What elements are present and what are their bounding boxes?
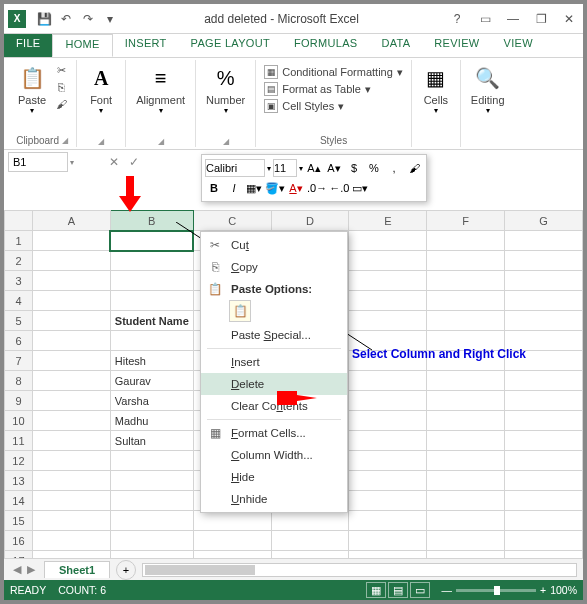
merge-center-button[interactable]: ▭▾: [351, 179, 369, 197]
mini-font-family[interactable]: [205, 159, 265, 177]
cell-B11[interactable]: Sultan: [110, 431, 193, 451]
decrease-font-icon[interactable]: A▾: [325, 159, 343, 177]
row-header[interactable]: 5: [5, 311, 33, 331]
italic-button[interactable]: I: [225, 179, 243, 197]
alignment-group-button[interactable]: ≡ Alignment ▾: [132, 62, 189, 117]
fill-color-button[interactable]: 🪣▾: [265, 179, 285, 197]
cell-B16[interactable]: [110, 531, 193, 551]
cell-B8[interactable]: Gaurav: [110, 371, 193, 391]
ctx-format-cells[interactable]: ▦Format Cells...: [201, 422, 347, 444]
conditional-formatting-button[interactable]: ▦Conditional Formatting ▾: [262, 64, 405, 80]
mini-font-size[interactable]: [273, 159, 297, 177]
tab-home[interactable]: HOME: [52, 34, 112, 57]
alignment-dialog-launcher[interactable]: ◢: [158, 137, 164, 146]
row-header[interactable]: 2: [5, 251, 33, 271]
number-group-button[interactable]: % Number ▾: [202, 62, 249, 117]
ctx-cut[interactable]: ✂Cut: [201, 234, 347, 256]
font-dialog-launcher[interactable]: ◢: [98, 137, 104, 146]
name-box[interactable]: [8, 152, 68, 172]
ctx-clear-contents[interactable]: Clear Contents: [201, 395, 347, 417]
cell-B12[interactable]: [110, 451, 193, 471]
row-header[interactable]: 3: [5, 271, 33, 291]
horizontal-scrollbar[interactable]: [142, 563, 577, 577]
minimize-button[interactable]: —: [499, 8, 527, 30]
paste-option-default[interactable]: 📋: [229, 300, 251, 322]
bold-button[interactable]: B: [205, 179, 223, 197]
format-as-table-button[interactable]: ▤Format as Table ▾: [262, 81, 405, 97]
row-header[interactable]: 16: [5, 531, 33, 551]
cell-B9[interactable]: Varsha: [110, 391, 193, 411]
cell-B14[interactable]: [110, 491, 193, 511]
paste-button[interactable]: 📋 Paste ▾: [14, 62, 50, 117]
format-painter-mini[interactable]: 🖌: [405, 159, 423, 177]
ctx-column-width[interactable]: Column Width...: [201, 444, 347, 466]
increase-font-icon[interactable]: A▴: [305, 159, 323, 177]
row-header[interactable]: 11: [5, 431, 33, 451]
tab-page-layout[interactable]: PAGE LAYOUT: [179, 34, 282, 57]
cell-B17[interactable]: [110, 551, 193, 559]
ctx-unhide[interactable]: Unhide: [201, 488, 347, 510]
maximize-button[interactable]: ❐: [527, 8, 555, 30]
copy-button[interactable]: ⎘: [52, 79, 70, 95]
row-header[interactable]: 8: [5, 371, 33, 391]
namebox-dropdown[interactable]: ▾: [70, 158, 74, 167]
sheet-nav-next[interactable]: ▶: [27, 563, 35, 576]
save-button[interactable]: 💾: [34, 9, 54, 29]
zoom-out-button[interactable]: —: [442, 584, 453, 596]
row-header[interactable]: 15: [5, 511, 33, 531]
ctx-paste-special[interactable]: Paste Special...: [201, 324, 347, 346]
comma-format-button[interactable]: ,: [385, 159, 403, 177]
col-header-G[interactable]: G: [505, 211, 583, 231]
accounting-format-button[interactable]: $: [345, 159, 363, 177]
undo-button[interactable]: ↶: [56, 9, 76, 29]
row-header[interactable]: 17: [5, 551, 33, 559]
ctx-delete[interactable]: Delete: [201, 373, 347, 395]
sheet-nav-prev[interactable]: ◀: [13, 563, 21, 576]
cut-button[interactable]: ✂: [52, 62, 70, 78]
cancel-formula-button[interactable]: ✕: [104, 155, 124, 169]
font-group-button[interactable]: A Font ▾: [83, 62, 119, 117]
tab-insert[interactable]: INSERT: [113, 34, 179, 57]
borders-button[interactable]: ▦▾: [245, 179, 263, 197]
tab-data[interactable]: DATA: [369, 34, 422, 57]
ctx-insert[interactable]: Insert: [201, 351, 347, 373]
font-color-button[interactable]: A▾: [287, 179, 305, 197]
tab-view[interactable]: VIEW: [492, 34, 545, 57]
tab-review[interactable]: REVIEW: [422, 34, 491, 57]
zoom-in-button[interactable]: +: [540, 584, 546, 596]
view-page-layout-button[interactable]: ▤: [388, 582, 408, 598]
close-button[interactable]: ✕: [555, 8, 583, 30]
editing-group-button[interactable]: 🔍 Editing ▾: [467, 62, 509, 117]
cells-group-button[interactable]: ▦ Cells ▾: [418, 62, 454, 117]
tab-formulas[interactable]: FORMULAS: [282, 34, 370, 57]
view-normal-button[interactable]: ▦: [366, 582, 386, 598]
cell-B13[interactable]: [110, 471, 193, 491]
help-button[interactable]: ?: [443, 8, 471, 30]
qat-customize[interactable]: ▾: [100, 9, 120, 29]
format-painter-button[interactable]: 🖌: [52, 96, 70, 112]
ctx-hide[interactable]: Hide: [201, 466, 347, 488]
number-dialog-launcher[interactable]: ◢: [223, 137, 229, 146]
row-header[interactable]: 1: [5, 231, 33, 251]
enter-formula-button[interactable]: ✓: [124, 155, 144, 169]
row-header[interactable]: 10: [5, 411, 33, 431]
cell-B15[interactable]: [110, 511, 193, 531]
row-header[interactable]: 4: [5, 291, 33, 311]
redo-button[interactable]: ↷: [78, 9, 98, 29]
col-header-F[interactable]: F: [427, 211, 505, 231]
row-header[interactable]: 12: [5, 451, 33, 471]
select-all-corner[interactable]: [5, 211, 33, 231]
ctx-copy[interactable]: ⎘Copy: [201, 256, 347, 278]
zoom-slider[interactable]: [456, 589, 536, 592]
new-sheet-button[interactable]: +: [116, 560, 136, 580]
row-header[interactable]: 14: [5, 491, 33, 511]
tab-file[interactable]: FILE: [4, 34, 52, 57]
sheet-tab-sheet1[interactable]: Sheet1: [44, 561, 110, 578]
row-header[interactable]: 7: [5, 351, 33, 371]
row-header[interactable]: 13: [5, 471, 33, 491]
row-header[interactable]: 6: [5, 331, 33, 351]
clipboard-dialog-launcher[interactable]: ◢: [62, 136, 68, 145]
zoom-level[interactable]: 100%: [550, 584, 577, 596]
increase-decimal-button[interactable]: .0→: [307, 179, 327, 197]
ribbon-options-button[interactable]: ▭: [471, 8, 499, 30]
